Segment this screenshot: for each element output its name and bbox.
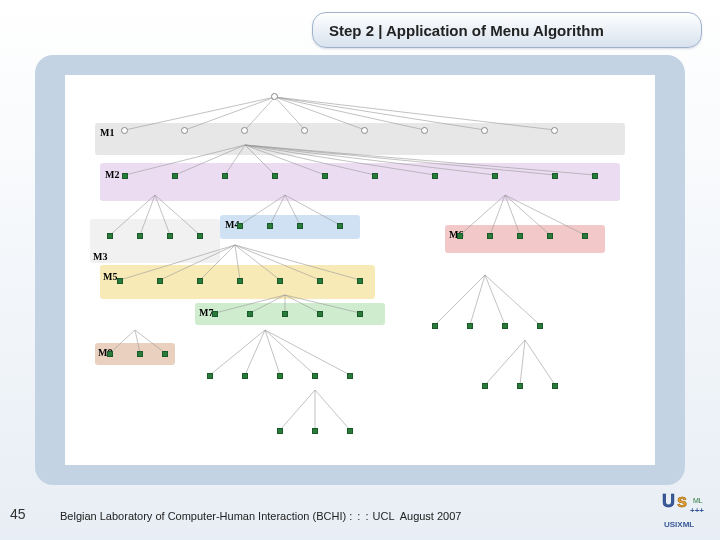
svg-text:+++: +++ xyxy=(690,506,704,515)
tree-leaf xyxy=(272,173,278,179)
tree-leaf xyxy=(242,373,248,379)
footer: Belgian Laboratory of Computer-Human Int… xyxy=(60,510,461,522)
menu-algorithm-diagram: M1 M2 M3 M4 M5 M6 M7 M8 xyxy=(65,75,655,465)
tree-leaf xyxy=(487,233,493,239)
tree-leaf xyxy=(247,311,253,317)
tree-node xyxy=(421,127,428,134)
slide-title-bar: Step 2 | Application of Menu Algorithm xyxy=(312,12,702,48)
tree-node xyxy=(181,127,188,134)
tree-leaf xyxy=(107,233,113,239)
band-m3 xyxy=(90,219,220,263)
svg-line-49 xyxy=(265,330,315,375)
tree-leaf xyxy=(282,311,288,317)
tree-leaf xyxy=(492,173,498,179)
tree-leaf xyxy=(267,223,273,229)
slide-title: Step 2 | Application of Menu Algorithm xyxy=(329,22,604,39)
tree-leaf xyxy=(237,278,243,284)
tree-leaf xyxy=(277,428,283,434)
svg-line-51 xyxy=(435,275,485,325)
tree-leaf xyxy=(502,323,508,329)
svg-line-55 xyxy=(485,340,525,385)
tree-node xyxy=(241,127,248,134)
svg-text:ML: ML xyxy=(693,497,703,504)
tree-leaf xyxy=(432,323,438,329)
svg-line-58 xyxy=(280,390,315,430)
tree-leaf xyxy=(517,383,523,389)
label-m1: M1 xyxy=(100,127,114,138)
tree-leaf xyxy=(137,233,143,239)
tree-leaf xyxy=(212,311,218,317)
tree-leaf xyxy=(117,278,123,284)
tree-leaf xyxy=(337,223,343,229)
tree-leaf xyxy=(237,223,243,229)
band-m6 xyxy=(445,225,605,253)
content-panel: M1 M2 M3 M4 M5 M6 M7 M8 xyxy=(35,55,685,485)
tree-leaf xyxy=(592,173,598,179)
label-m2: M2 xyxy=(105,169,119,180)
tree-leaf xyxy=(277,373,283,379)
tree-node xyxy=(271,93,278,100)
tree-leaf xyxy=(277,278,283,284)
svg-line-48 xyxy=(265,330,280,375)
tree-leaf xyxy=(552,383,558,389)
tree-leaf xyxy=(162,351,168,357)
svg-line-47 xyxy=(245,330,265,375)
svg-line-56 xyxy=(520,340,525,385)
footer-sep: : : : xyxy=(349,510,369,522)
usixml-logo: U s +++ ML USIXML xyxy=(659,489,714,534)
footer-inst: UCL xyxy=(373,510,395,522)
tree-node xyxy=(121,127,128,134)
tree-leaf xyxy=(207,373,213,379)
label-m3: M3 xyxy=(93,251,107,262)
tree-node xyxy=(301,127,308,134)
tree-leaf xyxy=(372,173,378,179)
tree-node xyxy=(481,127,488,134)
tree-leaf xyxy=(517,233,523,239)
tree-leaf xyxy=(317,311,323,317)
tree-leaf xyxy=(312,373,318,379)
tree-leaf xyxy=(482,383,488,389)
tree-leaf xyxy=(222,173,228,179)
tree-leaf xyxy=(457,233,463,239)
tree-leaf xyxy=(347,428,353,434)
tree-leaf xyxy=(357,278,363,284)
footer-lab: Belgian Laboratory of Computer-Human Int… xyxy=(60,510,346,522)
logo-text: USIXML xyxy=(664,520,694,529)
tree-leaf xyxy=(312,428,318,434)
svg-line-60 xyxy=(315,390,350,430)
svg-text:s: s xyxy=(677,491,687,511)
svg-text:U: U xyxy=(662,491,675,511)
tree-leaf xyxy=(137,351,143,357)
tree-node xyxy=(361,127,368,134)
tree-leaf xyxy=(322,173,328,179)
tree-leaf xyxy=(347,373,353,379)
page-number: 45 xyxy=(10,506,26,522)
tree-leaf xyxy=(197,278,203,284)
tree-leaf xyxy=(552,173,558,179)
svg-line-46 xyxy=(210,330,265,375)
tree-leaf xyxy=(547,233,553,239)
label-m5: M5 xyxy=(103,271,117,282)
svg-line-53 xyxy=(485,275,505,325)
tree-leaf xyxy=(197,233,203,239)
svg-line-57 xyxy=(525,340,555,385)
tree-leaf xyxy=(122,173,128,179)
svg-line-50 xyxy=(265,330,350,375)
band-m1 xyxy=(95,123,625,155)
tree-leaf xyxy=(172,173,178,179)
tree-leaf xyxy=(157,278,163,284)
svg-line-52 xyxy=(470,275,485,325)
tree-leaf xyxy=(317,278,323,284)
tree-leaf xyxy=(167,233,173,239)
tree-leaf xyxy=(357,311,363,317)
footer-date: August 2007 xyxy=(400,510,462,522)
tree-leaf xyxy=(107,351,113,357)
tree-leaf xyxy=(582,233,588,239)
tree-leaf xyxy=(432,173,438,179)
tree-leaf xyxy=(467,323,473,329)
tree-leaf xyxy=(297,223,303,229)
svg-line-54 xyxy=(485,275,540,325)
tree-leaf xyxy=(537,323,543,329)
band-m2 xyxy=(100,163,620,201)
tree-node xyxy=(551,127,558,134)
